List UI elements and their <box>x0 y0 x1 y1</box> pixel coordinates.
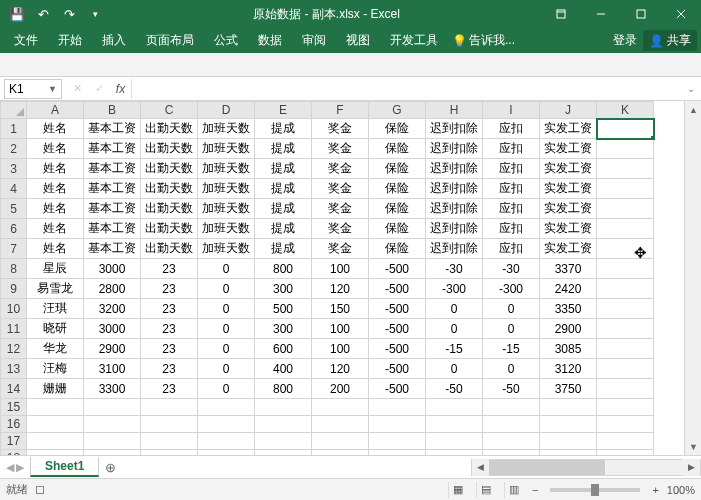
cell-I11[interactable]: 0 <box>483 319 540 339</box>
cell-A16[interactable] <box>27 416 84 433</box>
cell-G13[interactable]: -500 <box>369 359 426 379</box>
scroll-up-icon[interactable]: ▲ <box>685 101 701 118</box>
cell-F17[interactable] <box>312 433 369 450</box>
cell-F11[interactable]: 100 <box>312 319 369 339</box>
cell-K11[interactable] <box>597 319 654 339</box>
cell-H5[interactable]: 迟到扣除 <box>426 199 483 219</box>
nav-next-icon[interactable]: ▶ <box>16 461 24 474</box>
cell-C1[interactable]: 出勤天数 <box>141 119 198 139</box>
maximize-icon[interactable] <box>621 0 661 28</box>
view-normal-icon[interactable]: ▦ <box>448 482 468 498</box>
cell-A14[interactable]: 姗姗 <box>27 379 84 399</box>
cell-C14[interactable]: 23 <box>141 379 198 399</box>
signin-link[interactable]: 登录 <box>613 32 637 49</box>
share-button[interactable]: 👤 共享 <box>643 30 697 51</box>
cell-C18[interactable] <box>141 450 198 456</box>
save-icon[interactable]: 💾 <box>6 3 28 25</box>
qat-customize-icon[interactable]: ▾ <box>84 3 106 25</box>
cell-J10[interactable]: 3350 <box>540 299 597 319</box>
cell-C11[interactable]: 23 <box>141 319 198 339</box>
tell-me[interactable]: 💡 告诉我... <box>452 32 515 49</box>
nav-prev-icon[interactable]: ◀ <box>6 461 14 474</box>
cell-G17[interactable] <box>369 433 426 450</box>
cell-I13[interactable]: 0 <box>483 359 540 379</box>
cell-E14[interactable]: 800 <box>255 379 312 399</box>
cell-A15[interactable] <box>27 399 84 416</box>
cell-D11[interactable]: 0 <box>198 319 255 339</box>
cell-A11[interactable]: 晓研 <box>27 319 84 339</box>
row-header-6[interactable]: 6 <box>1 219 27 239</box>
cell-E8[interactable]: 800 <box>255 259 312 279</box>
col-header-F[interactable]: F <box>312 102 369 119</box>
col-header-H[interactable]: H <box>426 102 483 119</box>
cell-B9[interactable]: 2800 <box>84 279 141 299</box>
cell-J3[interactable]: 实发工资 <box>540 159 597 179</box>
cell-F1[interactable]: 奖金 <box>312 119 369 139</box>
row-header-10[interactable]: 10 <box>1 299 27 319</box>
row-header-3[interactable]: 3 <box>1 159 27 179</box>
close-icon[interactable] <box>661 0 701 28</box>
cell-H11[interactable]: 0 <box>426 319 483 339</box>
cell-C15[interactable] <box>141 399 198 416</box>
cell-E15[interactable] <box>255 399 312 416</box>
tab-formulas[interactable]: 公式 <box>204 28 248 53</box>
cell-B2[interactable]: 基本工资 <box>84 139 141 159</box>
cell-C7[interactable]: 出勤天数 <box>141 239 198 259</box>
cell-E17[interactable] <box>255 433 312 450</box>
cell-A5[interactable]: 姓名 <box>27 199 84 219</box>
cell-I7[interactable]: 应扣 <box>483 239 540 259</box>
sheet-tab-active[interactable]: Sheet1 <box>30 457 99 477</box>
cell-B15[interactable] <box>84 399 141 416</box>
cell-B6[interactable]: 基本工资 <box>84 219 141 239</box>
cell-A12[interactable]: 华龙 <box>27 339 84 359</box>
cell-B5[interactable]: 基本工资 <box>84 199 141 219</box>
cell-J15[interactable] <box>540 399 597 416</box>
cell-H12[interactable]: -15 <box>426 339 483 359</box>
row-header-12[interactable]: 12 <box>1 339 27 359</box>
col-header-B[interactable]: B <box>84 102 141 119</box>
cell-F18[interactable] <box>312 450 369 456</box>
view-pagebreak-icon[interactable]: ▥ <box>504 482 524 498</box>
row-header-1[interactable]: 1 <box>1 119 27 139</box>
cell-E12[interactable]: 600 <box>255 339 312 359</box>
cell-C13[interactable]: 23 <box>141 359 198 379</box>
col-header-K[interactable]: K <box>597 102 654 119</box>
cell-E13[interactable]: 400 <box>255 359 312 379</box>
cell-C16[interactable] <box>141 416 198 433</box>
tab-home[interactable]: 开始 <box>48 28 92 53</box>
row-header-2[interactable]: 2 <box>1 139 27 159</box>
row-header-5[interactable]: 5 <box>1 199 27 219</box>
horizontal-scrollbar[interactable]: ◀ ▶ <box>471 459 701 476</box>
cell-E4[interactable]: 提成 <box>255 179 312 199</box>
cell-K17[interactable] <box>597 433 654 450</box>
cell-I15[interactable] <box>483 399 540 416</box>
cell-J17[interactable] <box>540 433 597 450</box>
cell-G15[interactable] <box>369 399 426 416</box>
row-header-7[interactable]: 7 <box>1 239 27 259</box>
cell-E6[interactable]: 提成 <box>255 219 312 239</box>
cell-G9[interactable]: -500 <box>369 279 426 299</box>
cell-J4[interactable]: 实发工资 <box>540 179 597 199</box>
cell-D6[interactable]: 加班天数 <box>198 219 255 239</box>
cell-C5[interactable]: 出勤天数 <box>141 199 198 219</box>
cell-A9[interactable]: 易雪龙 <box>27 279 84 299</box>
cell-D13[interactable]: 0 <box>198 359 255 379</box>
cell-F2[interactable]: 奖金 <box>312 139 369 159</box>
undo-icon[interactable]: ↶ <box>32 3 54 25</box>
scroll-thumb-v[interactable] <box>685 118 701 438</box>
cell-A17[interactable] <box>27 433 84 450</box>
cell-J14[interactable]: 3750 <box>540 379 597 399</box>
cell-H7[interactable]: 迟到扣除 <box>426 239 483 259</box>
cell-A1[interactable]: 姓名 <box>27 119 84 139</box>
cell-A6[interactable]: 姓名 <box>27 219 84 239</box>
cell-F5[interactable]: 奖金 <box>312 199 369 219</box>
cell-C2[interactable]: 出勤天数 <box>141 139 198 159</box>
cell-K5[interactable] <box>597 199 654 219</box>
col-header-E[interactable]: E <box>255 102 312 119</box>
cell-B4[interactable]: 基本工资 <box>84 179 141 199</box>
zoom-in-icon[interactable]: + <box>652 484 658 496</box>
cell-J16[interactable] <box>540 416 597 433</box>
cell-H6[interactable]: 迟到扣除 <box>426 219 483 239</box>
cell-I12[interactable]: -15 <box>483 339 540 359</box>
cell-K10[interactable] <box>597 299 654 319</box>
